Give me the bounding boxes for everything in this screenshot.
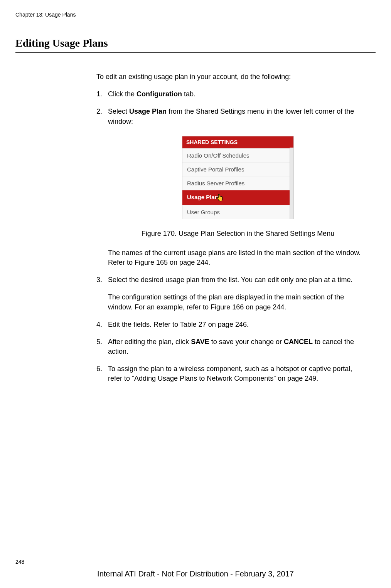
- step-number: 4.: [96, 320, 108, 329]
- menu-item-usage-plan[interactable]: Usage Plan👆: [182, 190, 290, 205]
- figure-caption: Figure 170. Usage Plan Selection in the …: [108, 229, 368, 239]
- step-list: 1. Click the Configuration tab. 2. Selec…: [96, 89, 368, 383]
- content-area: To edit an existing usage plan in your a…: [96, 72, 368, 384]
- step-number: 2.: [96, 107, 108, 267]
- step-4: 4. Edit the fields. Refer to Table 27 on…: [96, 320, 368, 329]
- step-text: Click the Configuration tab.: [108, 89, 368, 99]
- page-number: 248: [15, 559, 24, 565]
- step-5: 5. After editing the plan, click SAVE to…: [96, 337, 368, 356]
- text-segment: to save your change or: [209, 338, 284, 346]
- bold-term: Usage Plan: [129, 108, 167, 115]
- step-number: 6.: [96, 364, 108, 383]
- intro-paragraph: To edit an existing usage plan in your a…: [96, 72, 368, 82]
- bold-term: Configuration: [137, 90, 182, 98]
- step-number: 5.: [96, 337, 108, 356]
- footer-text: Internal ATI Draft - Not For Distributio…: [0, 570, 391, 578]
- step-text: After editing the plan, click SAVE to sa…: [108, 337, 368, 356]
- menu-item-label: Usage Plan: [187, 194, 218, 200]
- menu-item-radio-schedules[interactable]: Radio On/Off Schedules: [182, 148, 290, 162]
- step-3: 3. Select the desired usage plan from th…: [96, 275, 368, 312]
- section-title: Editing Usage Plans: [15, 37, 376, 53]
- step-subparagraph: The names of the current usage plans are…: [108, 248, 368, 267]
- text-segment: After editing the plan, click: [108, 338, 191, 346]
- step-2: 2. Select Usage Plan from the Shared Set…: [96, 107, 368, 267]
- text-segment: Click the: [108, 90, 137, 98]
- step-text: To assign the plan to a wireless compone…: [108, 364, 368, 383]
- shared-settings-menu: SHARED SETTINGS Radio On/Off Schedules C…: [182, 136, 294, 219]
- step-text: Select the desired usage plan from the l…: [108, 275, 368, 312]
- text-segment: Select the desired usage plan from the l…: [108, 276, 352, 284]
- step-number: 1.: [96, 89, 108, 99]
- bold-term: SAVE: [191, 338, 209, 346]
- menu-item-captive-portal[interactable]: Captive Portal Profiles: [182, 162, 290, 176]
- chapter-header: Chapter 13: Usage Plans: [15, 12, 376, 18]
- bold-term: CANCEL: [284, 338, 313, 346]
- text-segment: Select: [108, 108, 129, 115]
- menu-header: SHARED SETTINGS: [182, 136, 293, 149]
- menu-item-radius-server[interactable]: Radius Server Profiles: [182, 176, 290, 190]
- scrollbar[interactable]: [290, 148, 293, 219]
- text-segment: tab.: [182, 90, 196, 98]
- step-text: Edit the fields. Refer to Table 27 on pa…: [108, 320, 368, 329]
- figure-container: SHARED SETTINGS Radio On/Off Schedules C…: [108, 136, 368, 239]
- step-subparagraph: The configuration settings of the plan a…: [108, 292, 368, 312]
- step-1: 1. Click the Configuration tab.: [96, 89, 368, 99]
- step-text: Select Usage Plan from the Shared Settin…: [108, 107, 368, 267]
- menu-item-user-groups[interactable]: User Groups: [182, 205, 290, 219]
- step-number: 3.: [96, 275, 108, 312]
- cursor-pointer-icon: 👆: [216, 193, 224, 202]
- step-6: 6. To assign the plan to a wireless comp…: [96, 364, 368, 383]
